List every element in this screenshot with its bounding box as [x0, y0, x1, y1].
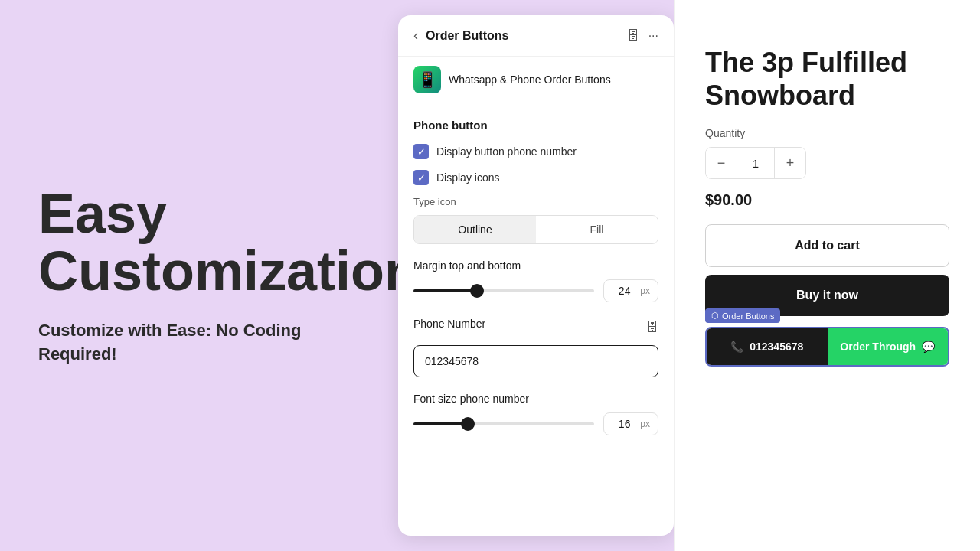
margin-slider-thumb[interactable]	[470, 284, 484, 298]
whatsapp-order-icon: 💬	[922, 341, 935, 353]
margin-slider-track[interactable]	[413, 289, 594, 292]
phone-order-button[interactable]: 📞 012345678	[707, 328, 828, 365]
phone-order-icon: 📞	[730, 341, 743, 353]
fill-option[interactable]: Fill	[536, 216, 658, 243]
margin-slider-row: 24 px	[413, 279, 658, 302]
quantity-control: − 1 +	[705, 147, 806, 179]
margin-value: 24	[612, 285, 637, 297]
database-icon[interactable]: 🗄	[627, 29, 639, 43]
order-buttons-bar: 📞 012345678 Order Through 💬	[705, 327, 949, 367]
settings-header-left: ‹ Order Buttons	[413, 28, 508, 44]
add-to-cart-button[interactable]: Add to cart	[705, 224, 949, 267]
settings-header-right: 🗄 ···	[627, 29, 658, 43]
left-panel: Easy Customization Customize with Ease: …	[0, 0, 398, 551]
quantity-minus-button[interactable]: −	[706, 148, 737, 178]
whatsapp-icon: 📱	[418, 70, 437, 89]
back-button[interactable]: ‹	[413, 28, 418, 44]
right-side: ‹ Order Buttons 🗄 ··· 📱 Whatsapp & Phone…	[398, 0, 980, 551]
margin-label: Margin top and bottom	[413, 259, 658, 272]
phone-number-header: Phone Number 🗄	[413, 318, 658, 337]
display-phone-number-checkbox[interactable]: ✓	[413, 144, 429, 159]
display-phone-number-label: Display button phone number	[436, 145, 577, 158]
margin-unit: px	[640, 285, 650, 296]
font-size-slider-track[interactable]	[413, 422, 594, 425]
more-icon[interactable]: ···	[648, 29, 658, 43]
settings-content: Phone button ✓ Display button phone numb…	[398, 103, 674, 536]
font-size-slider-fill	[413, 422, 468, 425]
order-buttons-badge: ⬡ Order Buttons	[705, 308, 780, 323]
app-icon: 📱	[413, 66, 441, 93]
settings-panel: ‹ Order Buttons 🗄 ··· 📱 Whatsapp & Phone…	[398, 15, 674, 536]
display-icons-checkbox[interactable]: ✓	[413, 170, 429, 185]
order-buttons-container: ⬡ Order Buttons 📞 012345678 Order Throug…	[705, 327, 949, 367]
settings-header: ‹ Order Buttons 🗄 ···	[398, 15, 674, 57]
order-buttons-badge-text: Order Buttons	[722, 311, 774, 321]
margin-slider-fill	[413, 289, 477, 292]
font-size-value: 16	[612, 418, 637, 430]
font-size-unit: px	[640, 419, 650, 429]
app-badge: 📱 Whatsapp & Phone Order Buttons	[398, 57, 674, 103]
phone-button-section-title: Phone button	[413, 119, 658, 132]
phone-order-number: 012345678	[750, 341, 803, 353]
quantity-plus-button[interactable]: +	[775, 148, 805, 178]
settings-panel-title: Order Buttons	[426, 29, 508, 43]
phone-number-input[interactable]	[413, 345, 658, 377]
outline-option[interactable]: Outline	[414, 216, 536, 243]
order-buttons-badge-icon: ⬡	[711, 311, 719, 321]
phone-number-label: Phone Number	[413, 318, 485, 330]
whatsapp-order-label: Order Through	[840, 341, 916, 353]
display-icons-row[interactable]: ✓ Display icons	[413, 170, 658, 185]
display-phone-number-row[interactable]: ✓ Display button phone number	[413, 144, 658, 159]
product-title: The 3p Fulfilled Snowboard	[705, 46, 949, 112]
price: $90.00	[705, 191, 949, 209]
font-size-value-box: 16 px	[603, 412, 658, 435]
font-size-slider-row: 16 px	[413, 412, 658, 435]
type-icon-toggle: Outline Fill	[413, 215, 658, 244]
preview-panel: The 3p Fulfilled Snowboard Quantity − 1 …	[674, 0, 980, 551]
whatsapp-order-button[interactable]: Order Through 💬	[828, 328, 949, 365]
display-icons-label: Display icons	[436, 171, 499, 184]
margin-value-box: 24 px	[603, 279, 658, 302]
subtitle: Customize with Ease: No Coding Required!	[38, 319, 360, 367]
font-size-label: Font size phone number	[413, 393, 658, 405]
quantity-label: Quantity	[705, 127, 949, 139]
phone-db-icon[interactable]: 🗄	[646, 321, 658, 334]
quantity-value: 1	[737, 148, 775, 178]
main-title: Easy Customization	[38, 185, 360, 301]
app-name: Whatsapp & Phone Order Buttons	[449, 73, 611, 86]
font-size-slider-thumb[interactable]	[461, 417, 475, 431]
type-icon-label: Type icon	[413, 196, 658, 207]
